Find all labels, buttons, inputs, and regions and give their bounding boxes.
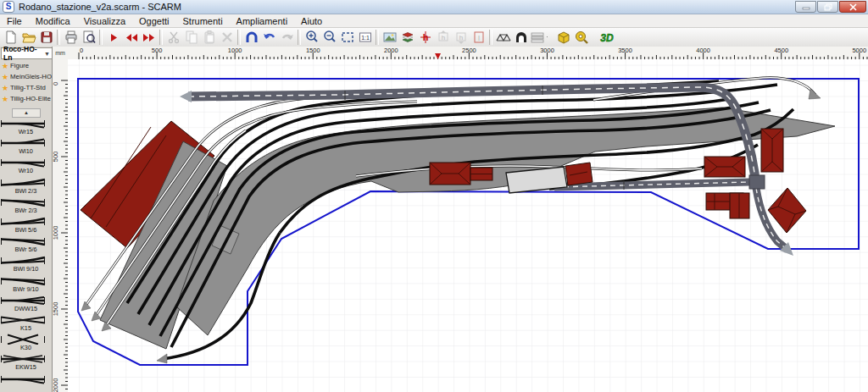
cut-button[interactable] [164,29,182,46]
star-icon: ★ [2,62,8,70]
minimize-button[interactable] [795,1,816,13]
baseboard-button[interactable] [530,29,548,46]
bridge-button[interactable] [494,29,512,46]
menu-oggetti[interactable]: Oggetti [132,16,175,26]
app-icon: S [3,1,14,13]
tunnel-button[interactable] [512,29,530,46]
new-file-button[interactable] [2,29,19,46]
restore-button[interactable] [817,1,838,13]
track-piece-label: BWr 2/3 [0,207,52,214]
tunnel-icon [514,30,529,45]
zoom-actual-button[interactable]: 1:1 [356,29,374,46]
measure-button[interactable] [572,29,590,46]
raise-height-button[interactable]: h [434,29,452,46]
track-piece-label: BWl 2/3 [0,187,52,195]
vertical-ruler[interactable]: 0500100015002000 [53,59,69,392]
layout-canvas[interactable] [68,59,868,392]
layers-button[interactable] [398,29,416,46]
zoom-selection-icon [340,30,355,45]
open-file-button[interactable] [19,29,37,46]
menu-file[interactable]: File [0,16,29,26]
svg-text:h: h [459,34,462,41]
close-icon [849,3,857,11]
track-piece-k30[interactable]: K30 [0,334,52,353]
print-preview-button[interactable] [80,29,97,46]
close-button[interactable] [839,1,866,13]
road-intersection [749,175,765,189]
rotate-button[interactable] [242,29,260,46]
ruler-unit-label: mm [53,47,69,60]
next-track-button[interactable] [140,29,158,46]
track-piece-dww15[interactable]: DWW15 [0,295,52,314]
menu-strumenti[interactable]: Strumenti [176,16,230,26]
copy-button[interactable] [182,29,200,46]
track-piece-bwr-5-6[interactable]: BWr 5/6 [0,235,52,255]
library-item-label: Figure [10,62,29,69]
track-piece-bwr-2-3[interactable]: BWr 2/3 [0,196,52,216]
zoom-selection-button[interactable] [338,29,356,46]
track-piece-label: EKW15 [0,363,52,371]
object-3d-icon [556,30,571,45]
scroll-up-button[interactable]: ▲ [12,108,41,118]
toolbar-separator [57,30,60,45]
track-piece-label: Wl10 [0,147,52,155]
library-item-label: Tillig-HO-Elite [10,95,51,102]
track-piece-label: Wr10 [0,167,52,174]
background-image-button[interactable] [381,29,398,46]
track-piece-next[interactable] [0,373,52,392]
track-piece-bwl-5-6[interactable]: BWl 5/6 [0,216,52,235]
library-item-tillig-tt-std[interactable]: ★Tillig-TT-Std [0,82,52,93]
print-preview-icon [81,30,97,45]
measure-tape-icon [574,30,589,45]
undo-icon [262,30,277,45]
background-image-icon [382,30,398,45]
redo-button[interactable] [278,29,296,46]
menu-visualizza[interactable]: Visualizza [77,16,132,26]
svg-text:5000: 5000 [852,47,866,54]
star-icon: ★ [2,95,8,103]
print-button[interactable] [62,29,80,46]
track-piece-wr10[interactable]: Wr10 [0,157,52,176]
menu-ampliamenti[interactable]: Ampliamenti [230,16,295,26]
library-item-figure[interactable]: ★Figure [0,60,52,71]
undo-button[interactable] [260,29,278,46]
track-piece-ekw15[interactable]: EKW15 [0,353,52,373]
track-piece-label: BWl 9/10 [0,265,52,273]
lower-height-button[interactable]: h [452,29,470,46]
start-point-button[interactable] [104,29,122,46]
menu-modifica[interactable]: Modifica [29,16,77,26]
double-right-arrow-icon [142,30,157,45]
track-piece-wl10[interactable]: Wl10 [0,137,52,157]
track-piece-k15[interactable]: K15 [0,314,52,334]
paste-button[interactable] [200,29,218,46]
save-button[interactable] [37,29,55,46]
track-piece-label: Wr15 [0,128,52,135]
library-item-tillig-ho-elite[interactable]: ★Tillig-HO-Elite [0,93,52,104]
track-piece-wr15[interactable]: Wr15 [0,118,52,137]
svg-text:2500: 2500 [462,47,476,54]
track-piece-bwl-2-3[interactable]: BWl 2/3 [0,177,52,196]
svg-text:500: 500 [152,47,163,54]
svg-text:3000: 3000 [540,47,554,54]
restore-icon [824,3,832,11]
delete-button[interactable] [218,29,236,46]
svg-text:1000: 1000 [53,226,59,240]
layout-drawing[interactable] [68,59,868,392]
previous-track-button[interactable] [122,29,140,46]
zoom-in-button[interactable] [303,29,320,46]
rotate-icon [244,30,259,45]
redo-icon [280,30,295,45]
heights-button[interactable]: h [416,29,434,46]
horizontal-ruler[interactable]: 0500100015002000250030003500400045005000 [68,47,868,60]
zoom-out-button[interactable] [320,29,338,46]
view-3d-button[interactable]: 3D [597,29,615,46]
track-piece-bwr-9-10[interactable]: BWr 9/10 [0,275,52,295]
track-piece-bwl-9-10[interactable]: BWl 9/10 [0,255,52,274]
library-selector[interactable]: Roco-HO-Ln ▼ [1,47,53,59]
library-item-meingleis-ho-7[interactable]: ★MeinGleis-HO-7 [0,71,52,82]
objects-3d-button[interactable] [554,29,572,46]
menu-bar: FileModificaVisualizzaOggettiStrumentiAm… [0,14,868,28]
menu-aiuto[interactable]: Aiuto [294,16,329,26]
window-title: Rodano_stazione_v2a.scarm - SCARM [19,2,181,12]
text-label-button[interactable]: I [470,29,487,46]
